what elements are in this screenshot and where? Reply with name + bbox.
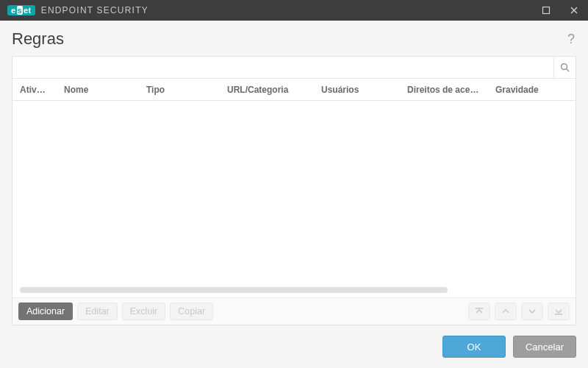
move-up-button[interactable] — [495, 302, 517, 320]
rules-panel: Ativado Nome Tipo URL/Categoria Usuários… — [12, 56, 576, 325]
dialog-footer: OK Cancelar — [12, 333, 576, 358]
column-ativado[interactable]: Ativado — [12, 85, 57, 95]
table-body[interactable] — [12, 101, 576, 297]
horizontal-scrollbar-thumb[interactable] — [20, 287, 448, 293]
search-input[interactable] — [12, 57, 553, 78]
search-button[interactable] — [553, 57, 576, 78]
chevron-top-icon — [474, 306, 484, 316]
close-button[interactable] — [560, 0, 588, 21]
product-name: ENDPOINT SECURITY — [41, 5, 148, 15]
titlebar: eset ENDPOINT SECURITY — [0, 0, 588, 21]
copy-button[interactable]: Copiar — [170, 302, 213, 320]
chevron-bottom-icon — [553, 306, 564, 316]
cancel-button[interactable]: Cancelar — [513, 336, 576, 358]
move-down-button[interactable] — [521, 302, 543, 320]
svg-line-4 — [567, 69, 570, 72]
column-url[interactable]: URL/Categoria — [220, 85, 314, 95]
move-bottom-button[interactable] — [548, 302, 570, 320]
svg-point-3 — [562, 64, 567, 70]
column-nome[interactable]: Nome — [57, 85, 139, 95]
help-icon[interactable]: ? — [567, 32, 576, 47]
window-controls — [532, 0, 588, 21]
ok-button[interactable]: OK — [442, 336, 506, 358]
chevron-down-icon — [527, 306, 537, 316]
page-title: Regras — [12, 29, 64, 49]
header-row: Regras ? — [12, 29, 576, 49]
column-usuarios[interactable]: Usuários — [314, 85, 400, 95]
horizontal-scrollbar[interactable] — [20, 287, 568, 293]
column-gravidade[interactable]: Gravidade — [488, 85, 576, 95]
search-row — [12, 57, 576, 79]
svg-rect-0 — [543, 7, 550, 14]
maximize-button[interactable] — [532, 0, 560, 21]
column-direitos[interactable]: Direitos de acesso — [400, 85, 488, 95]
delete-button[interactable]: Excluir — [122, 302, 166, 320]
table-header: Ativado Nome Tipo URL/Categoria Usuários… — [12, 79, 576, 101]
column-tipo[interactable]: Tipo — [139, 85, 220, 95]
content-area: Regras ? Ativado Nome Tipo URL/Categoria… — [0, 21, 588, 368]
move-top-button[interactable] — [468, 302, 490, 320]
chevron-up-icon — [501, 306, 511, 316]
toolbar: Adicionar Editar Excluir Copiar — [12, 297, 576, 325]
add-button[interactable]: Adicionar — [18, 302, 73, 320]
search-icon — [559, 62, 570, 73]
brand-badge: eset — [7, 5, 35, 15]
edit-button[interactable]: Editar — [77, 302, 118, 320]
